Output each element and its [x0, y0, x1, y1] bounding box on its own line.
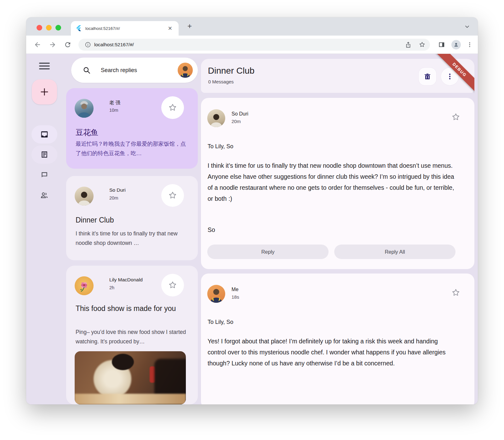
- person-silhouette-icon: [178, 63, 193, 78]
- food-show-image: [75, 351, 186, 404]
- inbox-card-doufayu[interactable]: 老 强 10m 豆花鱼 最近忙吗？昨晚我去了你最爱的那家饭馆，点了他们的特色豆花…: [66, 88, 198, 169]
- thread-pane: Dinner Club 0 Messages: [201, 54, 474, 404]
- message-recipients: To Lily, So: [208, 143, 233, 150]
- chat-bubble-icon: [40, 171, 49, 179]
- person-silhouette-icon: [207, 285, 225, 303]
- message-card[interactable]: So Duri 20m To Lily, So I think it’s tim…: [201, 98, 474, 269]
- message-time: 2h: [109, 285, 114, 290]
- sidebar-item-inbox[interactable]: [32, 125, 57, 144]
- sender-name: So Duri: [109, 187, 126, 193]
- minimize-window-button[interactable]: [46, 25, 52, 31]
- reply-all-button[interactable]: Reply All: [334, 245, 455, 259]
- reply-app: Search replies: [26, 54, 478, 404]
- search-icon: [83, 66, 91, 74]
- inbox-list-pane: Search replies: [66, 54, 198, 404]
- sidebar-item-articles[interactable]: [32, 145, 57, 164]
- message-card[interactable]: Me 18s To Lily, So Yes! I forgot about t…: [201, 274, 474, 404]
- user-avatar[interactable]: [178, 63, 193, 78]
- card-preview: 最近忙吗？昨晚我去了你最爱的那家饭馆，点了他们的特色豆花鱼，吃…: [76, 139, 189, 158]
- card-title: This food show is made for you: [76, 303, 188, 314]
- toolbar-right: [430, 40, 478, 49]
- side-panel-icon[interactable]: [438, 41, 445, 48]
- reply-button[interactable]: Reply: [207, 245, 329, 259]
- inbox-card-dinner-club[interactable]: So Duri 20m Dinner Club I think it’s tim…: [66, 176, 198, 260]
- back-button[interactable]: [34, 41, 41, 48]
- message-body: Yes! I forgot about that place! I’m defi…: [208, 336, 456, 369]
- fullscreen-window-button[interactable]: [55, 25, 61, 31]
- address-bar[interactable]: localhost:52167/#/: [78, 39, 430, 51]
- flutter-favicon-icon: [76, 25, 82, 31]
- inbox-card-food-show[interactable]: Lily MacDonald 2h This food show is made…: [66, 266, 198, 404]
- thread-more-button[interactable]: [441, 68, 459, 85]
- flower-icon: [75, 276, 94, 295]
- card-preview: I think it’s time for us to finally try …: [76, 229, 189, 248]
- search-bar[interactable]: Search replies: [71, 58, 198, 83]
- person-silhouette-icon: [75, 187, 94, 206]
- menu-hamburger-icon[interactable]: [39, 62, 50, 70]
- message-sender: Me: [232, 287, 238, 292]
- nav-rail: [26, 54, 66, 404]
- sender-name: 老 强: [109, 99, 120, 106]
- star-button[interactable]: [161, 274, 184, 296]
- star-message-button[interactable]: [451, 112, 461, 122]
- message-body: I think it’s time for us to finally try …: [208, 160, 456, 204]
- url-text: localhost:52167/#/: [94, 42, 398, 48]
- article-icon: [40, 150, 49, 159]
- star-icon: [451, 112, 461, 122]
- browser-window: localhost:52167/#/ ✕ + localhost:52167/#…: [26, 17, 478, 404]
- star-icon: [451, 288, 461, 297]
- avatar-me: [207, 285, 225, 303]
- message-signoff: So: [208, 226, 215, 234]
- star-icon: [168, 191, 177, 200]
- trash-icon: [424, 73, 431, 80]
- star-button[interactable]: [161, 96, 184, 119]
- site-info-icon[interactable]: [85, 42, 91, 48]
- kebab-icon: [446, 73, 454, 80]
- sender-name: Lily MacDonald: [109, 277, 143, 283]
- new-tab-button[interactable]: +: [185, 22, 194, 31]
- inbox-icon: [40, 130, 49, 138]
- avatar-so-duri: [75, 187, 94, 206]
- thread-header: Dinner Club 0 Messages: [201, 59, 474, 93]
- share-icon[interactable]: [405, 41, 412, 48]
- message-recipients: To Lily, So: [208, 319, 233, 325]
- sidebar-item-people[interactable]: [32, 186, 57, 204]
- profile-person-icon: [453, 42, 459, 48]
- star-icon: [168, 103, 177, 112]
- reload-button[interactable]: [64, 41, 72, 48]
- screenshot-canvas: localhost:52167/#/ ✕ + localhost:52167/#…: [0, 0, 504, 440]
- avatar-lao-qiang: [75, 99, 94, 118]
- tab-strip: localhost:52167/#/ ✕ +: [26, 17, 478, 36]
- bookmark-star-icon[interactable]: [419, 41, 426, 48]
- thread-message-count: 0 Messages: [208, 79, 234, 84]
- browser-toolbar: localhost:52167/#/: [26, 36, 478, 54]
- delete-thread-button[interactable]: [419, 68, 436, 85]
- message-time: 18s: [232, 294, 239, 300]
- person-silhouette-icon: [207, 109, 225, 127]
- thread-title: Dinner Club: [208, 66, 255, 76]
- browser-profile-avatar[interactable]: [451, 40, 461, 49]
- browser-tab[interactable]: localhost:52167/#/ ✕: [71, 21, 179, 36]
- avatar-so-duri: [207, 109, 225, 127]
- close-window-button[interactable]: [37, 25, 42, 31]
- message-time: 10m: [109, 108, 118, 113]
- compose-fab[interactable]: [32, 79, 57, 104]
- person-silhouette-icon: [75, 99, 94, 118]
- star-button[interactable]: [161, 184, 184, 207]
- tab-close-icon[interactable]: ✕: [167, 25, 174, 32]
- plus-icon: [40, 87, 49, 97]
- avatar-lily-macdonald: [75, 276, 94, 295]
- message-sender: So Duri: [232, 111, 248, 117]
- tab-search-chevron-icon[interactable]: [465, 24, 470, 29]
- search-input[interactable]: Search replies: [101, 67, 178, 74]
- tab-title: localhost:52167/#/: [85, 26, 167, 31]
- message-time: 20m: [109, 195, 118, 200]
- card-preview: Ping– you’d love this new food show I st…: [76, 327, 189, 346]
- star-icon: [168, 280, 177, 290]
- star-message-button[interactable]: [451, 288, 461, 297]
- sidebar-item-chat[interactable]: [32, 166, 57, 184]
- card-title: 豆花鱼: [76, 127, 188, 138]
- people-icon: [40, 191, 49, 199]
- browser-menu-kebab-icon[interactable]: [467, 42, 473, 48]
- forward-button[interactable]: [49, 41, 56, 48]
